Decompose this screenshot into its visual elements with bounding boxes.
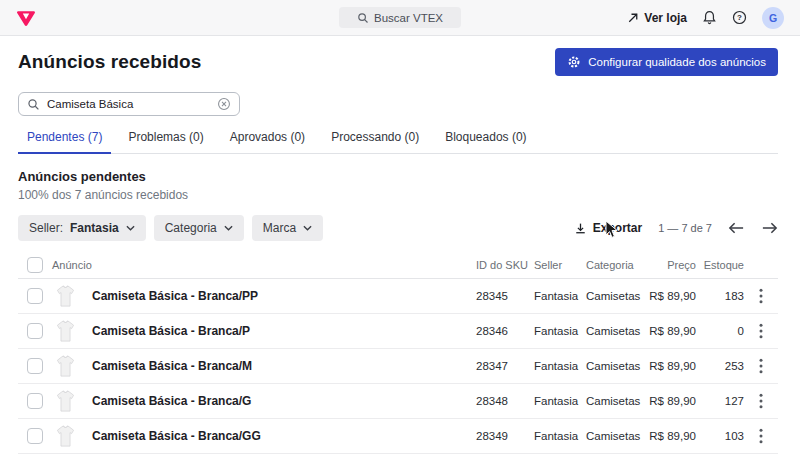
chevron-down-icon [224, 225, 233, 231]
table-body: Camiseta Básica - Branca/PP 28345 Fantas… [18, 279, 778, 456]
vtex-logo-icon[interactable] [16, 7, 38, 29]
listings-table: Anúncio ID do SKU Seller Categoria Preço… [18, 251, 778, 456]
tab-4[interactable]: Bloqueados (0) [436, 126, 535, 154]
prev-page-icon[interactable] [728, 222, 745, 234]
sku-cell: 28346 [476, 325, 534, 337]
categoria-cell: Camisetas [586, 430, 646, 442]
table-row[interactable]: Camiseta Básica - Branca/P 28346 Fantasi… [18, 314, 778, 349]
tab-1[interactable]: Problemas (0) [119, 126, 212, 154]
global-search-label: Buscar VTEX [374, 12, 443, 24]
clear-search-icon[interactable] [217, 97, 231, 111]
table-row[interactable]: Camiseta Básica - Branca/G 28348 Fantasi… [18, 384, 778, 419]
categoria-cell: Camisetas [586, 360, 646, 372]
seller-cell: Fantasia [534, 430, 586, 442]
preco-cell: R$ 89,90 [646, 430, 696, 442]
chevron-down-icon [126, 225, 135, 231]
row-menu-icon[interactable] [744, 288, 778, 304]
preco-cell: R$ 89,90 [646, 395, 696, 407]
filter-categoria[interactable]: Categoria [154, 215, 244, 241]
row-checkbox[interactable] [27, 358, 43, 374]
external-link-icon [627, 12, 639, 24]
sku-cell: 28345 [476, 290, 534, 302]
summary-title: Anúncios pendentes [18, 169, 778, 184]
product-name: Camiseta Básica - Branca/PP [92, 289, 258, 303]
export-button[interactable]: Exportar [574, 221, 642, 235]
col-categoria: Categoria [586, 259, 646, 271]
estoque-cell: 253 [696, 360, 744, 372]
tshirt-thumbnail [52, 422, 79, 451]
categoria-cell: Camisetas [586, 395, 646, 407]
seller-cell: Fantasia [534, 360, 586, 372]
seller-cell: Fantasia [534, 395, 586, 407]
sku-cell: 28349 [476, 430, 534, 442]
configure-quality-button[interactable]: Configurar qualidade dos anúncios [555, 48, 778, 76]
col-sku: ID do SKU [476, 259, 534, 271]
search-icon [357, 12, 369, 24]
help-icon[interactable]: ? [732, 10, 747, 25]
tab-2[interactable]: Aprovados (0) [221, 126, 314, 154]
view-store-link[interactable]: Ver loja [627, 11, 687, 25]
svg-text:?: ? [737, 13, 742, 22]
filter-seller[interactable]: Seller: Fantasia [18, 215, 146, 241]
tshirt-thumbnail [52, 387, 79, 416]
preco-cell: R$ 89,90 [646, 325, 696, 337]
user-avatar[interactable]: G [762, 7, 784, 29]
listing-search-box[interactable] [18, 92, 240, 116]
table-row[interactable]: Camiseta Básica - Branca/GG 28349 Fantas… [18, 419, 778, 454]
table-row[interactable]: Camiseta Básica - Branca/M 28347 Fantasi… [18, 349, 778, 384]
tabs: Pendentes (7)Problemas (0)Aprovados (0)P… [18, 126, 778, 154]
notifications-bell-icon[interactable] [702, 10, 717, 25]
tshirt-thumbnail [52, 282, 79, 311]
col-seller: Seller [534, 259, 586, 271]
summary-subtitle: 100% dos 7 anúncios recebidos [18, 188, 778, 202]
tab-3[interactable]: Processando (0) [322, 126, 428, 154]
filter-marca[interactable]: Marca [252, 215, 323, 241]
row-checkbox[interactable] [27, 323, 43, 339]
tshirt-thumbnail [52, 317, 79, 346]
estoque-cell: 183 [696, 290, 744, 302]
preco-cell: R$ 89,90 [646, 360, 696, 372]
seller-cell: Fantasia [534, 325, 586, 337]
search-icon [27, 98, 40, 111]
sku-cell: 28347 [476, 360, 534, 372]
row-menu-icon[interactable] [744, 323, 778, 339]
row-menu-icon[interactable] [744, 393, 778, 409]
table-header: Anúncio ID do SKU Seller Categoria Preço… [18, 251, 778, 279]
gear-icon [567, 55, 581, 69]
row-checkbox[interactable] [27, 288, 43, 304]
topbar: Buscar VTEX Ver loja ? G [0, 0, 800, 36]
row-menu-icon[interactable] [744, 358, 778, 374]
page-title: Anúncios recebidos [18, 51, 201, 73]
categoria-cell: Camisetas [586, 325, 646, 337]
next-page-icon[interactable] [761, 222, 778, 234]
estoque-cell: 0 [696, 325, 744, 337]
preco-cell: R$ 89,90 [646, 290, 696, 302]
select-all-checkbox[interactable] [27, 257, 43, 273]
seller-cell: Fantasia [534, 290, 586, 302]
table-row[interactable]: Camiseta Básica - Branca/PP 28345 Fantas… [18, 279, 778, 314]
col-estoque: Estoque [696, 259, 744, 271]
tshirt-thumbnail [52, 352, 79, 381]
categoria-cell: Camisetas [586, 290, 646, 302]
download-icon [574, 222, 587, 235]
pagination-range: 1 — 7 de 7 [658, 222, 712, 234]
chevron-down-icon [303, 225, 312, 231]
estoque-cell: 127 [696, 395, 744, 407]
col-preco: Preço [646, 259, 696, 271]
product-name: Camiseta Básica - Branca/M [92, 359, 252, 373]
col-anuncio: Anúncio [52, 259, 476, 271]
row-menu-icon[interactable] [744, 428, 778, 444]
product-name: Camiseta Básica - Branca/G [92, 394, 251, 408]
tab-0[interactable]: Pendentes (7) [18, 126, 111, 154]
row-checkbox[interactable] [27, 428, 43, 444]
product-name: Camiseta Básica - Branca/P [92, 324, 250, 338]
sku-cell: 28348 [476, 395, 534, 407]
global-search[interactable]: Buscar VTEX [339, 7, 461, 28]
product-name: Camiseta Básica - Branca/GG [92, 429, 261, 443]
row-checkbox[interactable] [27, 393, 43, 409]
listing-search-input[interactable] [47, 98, 210, 110]
estoque-cell: 103 [696, 430, 744, 442]
